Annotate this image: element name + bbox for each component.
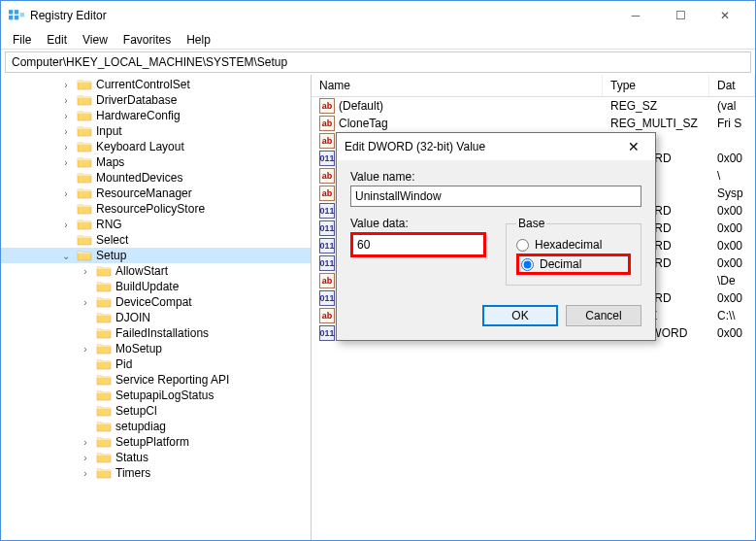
ok-button[interactable]: OK — [482, 305, 558, 326]
tree-label: Status — [115, 451, 148, 464]
tree-item-keyboard-layout[interactable]: ›Keyboard Layout — [1, 139, 311, 154]
menu-file[interactable]: File — [5, 31, 39, 49]
tree-expand-icon[interactable]: › — [79, 295, 92, 309]
value-data-input[interactable] — [350, 232, 486, 257]
tree-item-mounteddevices[interactable]: MountedDevices — [1, 170, 311, 186]
tree-item-resourcepolicystore[interactable]: ResourcePolicyStore — [1, 201, 311, 217]
radio-decimal-row[interactable]: Decimal — [516, 254, 631, 275]
radio-hexadecimal[interactable] — [516, 239, 529, 252]
tree-expand-icon[interactable] — [79, 326, 92, 340]
tree-item-hardwareconfig[interactable]: ›HardwareConfig — [1, 108, 311, 123]
tree-expand-icon[interactable]: ⌄ — [59, 249, 73, 262]
tree-label: Keyboard Layout — [96, 140, 184, 153]
tree-item-devicecompat[interactable]: ›DeviceCompat — [1, 294, 311, 310]
svg-rect-3 — [15, 16, 18, 19]
string-value-icon: ab — [319, 98, 335, 114]
tree-item-setupapilogstatus[interactable]: SetupapiLogStatus — [1, 388, 311, 403]
tree-expand-icon[interactable]: › — [79, 435, 92, 449]
tree-item-input[interactable]: ›Input — [1, 123, 311, 139]
address-bar[interactable] — [5, 51, 751, 73]
folder-icon — [77, 186, 92, 200]
address-input[interactable] — [12, 55, 744, 69]
dialog-titlebar[interactable]: Edit DWORD (32-bit) Value ✕ — [337, 133, 655, 160]
tree-item-allowstart[interactable]: ›AllowStart — [1, 263, 311, 279]
tree-expand-icon[interactable]: › — [59, 93, 73, 107]
tree-expand-icon[interactable] — [59, 171, 73, 185]
tree-item-failedinstallations[interactable]: FailedInstallations — [1, 325, 311, 341]
tree-expand-icon[interactable] — [79, 280, 92, 293]
tree-item-resourcemanager[interactable]: ›ResourceManager — [1, 186, 311, 201]
tree-item-service-reporting-api[interactable]: Service Reporting API — [1, 372, 311, 388]
tree-expand-icon[interactable]: › — [59, 78, 73, 91]
tree-expand-icon[interactable]: › — [59, 109, 73, 122]
tree-label: Timers — [115, 466, 150, 480]
tree-expand-icon[interactable]: › — [59, 124, 73, 138]
tree-expand-icon[interactable] — [79, 311, 92, 324]
minimize-button[interactable]: ─ — [613, 1, 658, 30]
tree-expand-icon[interactable] — [79, 373, 92, 387]
cancel-button[interactable]: Cancel — [566, 305, 641, 326]
menu-favorites[interactable]: Favorites — [115, 31, 179, 49]
tree-item-setup[interactable]: ⌄Setup — [1, 248, 311, 263]
binary-value-icon: 011 — [319, 220, 335, 236]
tree-item-pid[interactable]: Pid — [1, 356, 311, 372]
col-type[interactable]: Type — [603, 75, 709, 96]
tree-item-rng[interactable]: ›RNG — [1, 217, 311, 232]
dialog-close-button[interactable]: ✕ — [620, 133, 647, 160]
radio-decimal[interactable] — [521, 258, 534, 271]
tree-expand-icon[interactable]: › — [59, 155, 73, 169]
folder-icon — [96, 373, 112, 387]
tree-item-maps[interactable]: ›Maps — [1, 154, 311, 170]
tree-panel[interactable]: ›CurrentControlSet›DriverDatabase›Hardwa… — [1, 75, 312, 540]
cell-data: C:\\ — [709, 308, 755, 323]
tree-expand-icon[interactable]: › — [79, 466, 92, 480]
menu-view[interactable]: View — [75, 31, 115, 49]
tree-expand-icon[interactable]: › — [59, 140, 73, 153]
tree-expand-icon[interactable] — [59, 202, 73, 216]
string-value-icon: ab — [319, 308, 335, 323]
radio-hexadecimal-row[interactable]: Hexadecimal — [516, 238, 631, 252]
tree-item-currentcontrolset[interactable]: ›CurrentControlSet — [1, 77, 311, 92]
folder-icon — [77, 93, 92, 107]
tree-expand-icon[interactable]: › — [79, 264, 92, 278]
tree-item-select[interactable]: Select — [1, 232, 311, 248]
maximize-button[interactable]: ☐ — [658, 1, 703, 30]
tree-label: ResourcePolicyStore — [96, 202, 205, 216]
tree-label: DJOIN — [115, 311, 150, 324]
tree-item-driverdatabase[interactable]: ›DriverDatabase — [1, 92, 311, 108]
tree-item-timers[interactable]: ›Timers — [1, 465, 311, 481]
menu-edit[interactable]: Edit — [39, 31, 75, 49]
tree-expand-icon[interactable]: › — [59, 186, 73, 200]
tree-item-setupcl[interactable]: SetupCl — [1, 403, 311, 419]
list-row[interactable]: ab(Default)REG_SZ(val — [312, 97, 755, 115]
tree-label: ResourceManager — [96, 186, 192, 200]
tree-expand-icon[interactable] — [79, 357, 92, 371]
folder-icon — [96, 342, 112, 355]
tree-expand-icon[interactable]: › — [79, 451, 92, 464]
tree-expand-icon[interactable] — [59, 233, 73, 247]
tree-expand-icon[interactable]: › — [79, 342, 92, 355]
tree-expand-icon[interactable] — [79, 420, 92, 433]
tree-expand-icon[interactable]: › — [59, 218, 73, 231]
tree-expand-icon[interactable] — [79, 389, 92, 402]
tree-item-buildupdate[interactable]: BuildUpdate — [1, 279, 311, 294]
tree-item-status[interactable]: ›Status — [1, 450, 311, 465]
col-data[interactable]: Dat — [709, 75, 755, 96]
menu-help[interactable]: Help — [179, 31, 218, 49]
col-name[interactable]: Name — [312, 75, 603, 96]
folder-icon — [77, 124, 92, 138]
tree-item-setupdiag[interactable]: setupdiag — [1, 419, 311, 434]
tree-item-setupplatform[interactable]: ›SetupPlatform — [1, 434, 311, 450]
list-row[interactable]: abCloneTagREG_MULTI_SZFri S — [312, 115, 755, 132]
cell-data — [709, 140, 755, 142]
tree-label: DriverDatabase — [96, 93, 177, 107]
value-name-input[interactable] — [350, 186, 641, 207]
tree-expand-icon[interactable] — [79, 404, 92, 418]
close-button[interactable]: ✕ — [703, 1, 747, 30]
menubar: File Edit View Favorites Help — [1, 30, 755, 50]
value-name-text: (Default) — [339, 99, 383, 113]
tree-item-mosetup[interactable]: ›MoSetup — [1, 341, 311, 356]
folder-icon — [77, 249, 92, 262]
tree-item-djoin[interactable]: DJOIN — [1, 310, 311, 325]
tree-label: MoSetup — [115, 342, 162, 355]
